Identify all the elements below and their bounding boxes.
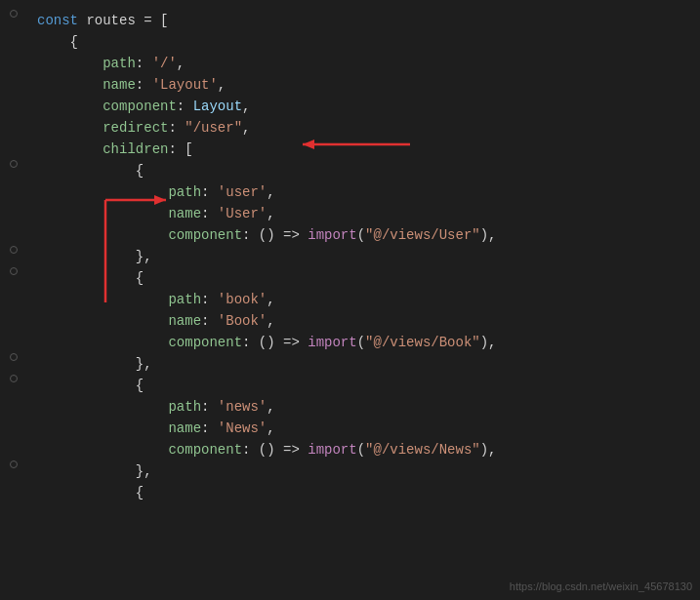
- gutter-dot: [10, 353, 18, 361]
- token: [37, 335, 168, 350]
- token: component: [168, 335, 242, 350]
- code-line: },: [0, 353, 700, 375]
- token: path: [168, 399, 201, 415]
- token: [37, 206, 168, 221]
- token: {: [37, 163, 144, 179]
- token: 'news': [218, 399, 267, 415]
- line-code: name: 'User',: [27, 203, 275, 224]
- token: name: [168, 313, 201, 329]
- line-code: path: 'news',: [27, 396, 275, 418]
- token: import: [308, 227, 356, 243]
- token: },: [37, 356, 152, 372]
- line-code: component: () => import("@/views/Book"),: [27, 332, 497, 353]
- code-line: path: 'news',: [0, 396, 700, 418]
- token: :: [201, 399, 218, 415]
- token: :: [201, 420, 218, 436]
- token: children: [103, 141, 168, 157]
- token: [37, 77, 103, 93]
- token: 'Layout': [152, 77, 218, 93]
- token: [37, 99, 103, 114]
- gutter-dot: [10, 460, 18, 468]
- code-line: path: '/',: [0, 53, 700, 74]
- line-code: path: '/',: [27, 53, 185, 74]
- code-line: component: Layout,: [0, 96, 700, 117]
- code-line: {: [0, 375, 700, 396]
- token: name: [168, 420, 201, 436]
- token: [37, 313, 168, 329]
- token: 'User': [218, 206, 267, 221]
- line-code: path: 'book',: [27, 289, 275, 310]
- token: path: [168, 292, 201, 307]
- token: ,: [242, 99, 250, 114]
- code-line: const routes = [: [0, 10, 700, 31]
- token: 'Book': [218, 313, 267, 329]
- token: ,: [267, 399, 274, 415]
- token: "@/views/Book": [365, 335, 480, 350]
- code-line: path: 'user',: [0, 181, 700, 203]
- token: routes = [: [78, 13, 168, 28]
- line-code: },: [27, 460, 152, 482]
- token: component: [168, 227, 242, 243]
- token: :: [201, 292, 218, 307]
- token: ,: [242, 120, 250, 136]
- token: : () =>: [242, 442, 308, 458]
- token: ),: [480, 227, 497, 243]
- line-code: name: 'News',: [27, 418, 275, 439]
- token: :: [201, 206, 218, 221]
- token: ,: [267, 313, 274, 329]
- line-code: },: [27, 353, 152, 375]
- code-line: name: 'News',: [0, 418, 700, 439]
- token: [37, 184, 168, 200]
- code-line: name: 'Layout',: [0, 74, 700, 96]
- token: path: [168, 184, 201, 200]
- line-code: name: 'Layout',: [27, 74, 226, 96]
- token: '/': [152, 56, 177, 71]
- token: import: [308, 442, 356, 458]
- line-code: },: [27, 246, 152, 267]
- gutter-dot: [10, 267, 18, 275]
- token: :: [201, 184, 218, 200]
- line-code: {: [27, 267, 144, 289]
- token: {: [37, 485, 144, 500]
- token: : () =>: [242, 335, 308, 350]
- watermark: https://blog.csdn.net/weixin_45678130: [510, 580, 692, 592]
- token: :: [136, 56, 152, 71]
- token: redirect: [103, 120, 168, 136]
- code-line: children: [: [0, 139, 700, 160]
- token: ,: [267, 184, 274, 200]
- token: [37, 292, 168, 307]
- line-code: const routes = [: [27, 10, 168, 31]
- token: "@/views/User": [365, 227, 480, 243]
- token: ,: [267, 292, 274, 307]
- token: :: [177, 99, 193, 114]
- token: const: [37, 13, 78, 28]
- token: (: [357, 335, 365, 350]
- line-gutter: [0, 353, 27, 361]
- line-gutter: [0, 460, 27, 468]
- token: {: [37, 34, 78, 50]
- line-code: component: () => import("@/views/News"),: [27, 439, 497, 460]
- code-line: },: [0, 460, 700, 482]
- token: ),: [480, 442, 497, 458]
- token: [37, 442, 168, 458]
- token: {: [37, 270, 144, 286]
- token: ,: [218, 77, 226, 93]
- line-gutter: [0, 246, 27, 254]
- token: },: [37, 463, 152, 479]
- gutter-dot: [10, 160, 18, 168]
- code-line: {: [0, 160, 700, 181]
- code-editor: const routes = [ { path: '/', name: 'Lay…: [0, 0, 700, 600]
- line-gutter: [0, 375, 27, 382]
- code-line: {: [0, 31, 700, 53]
- line-code: component: () => import("@/views/User"),: [27, 224, 497, 246]
- gutter-dot: [10, 10, 18, 18]
- code-line: name: 'Book',: [0, 310, 700, 332]
- token: [37, 227, 168, 243]
- token: (: [357, 227, 365, 243]
- token: component: [103, 99, 177, 114]
- token: name: [103, 77, 136, 93]
- token: (: [357, 442, 365, 458]
- token: ,: [267, 206, 274, 221]
- token: import: [308, 335, 356, 350]
- code-line: {: [0, 267, 700, 289]
